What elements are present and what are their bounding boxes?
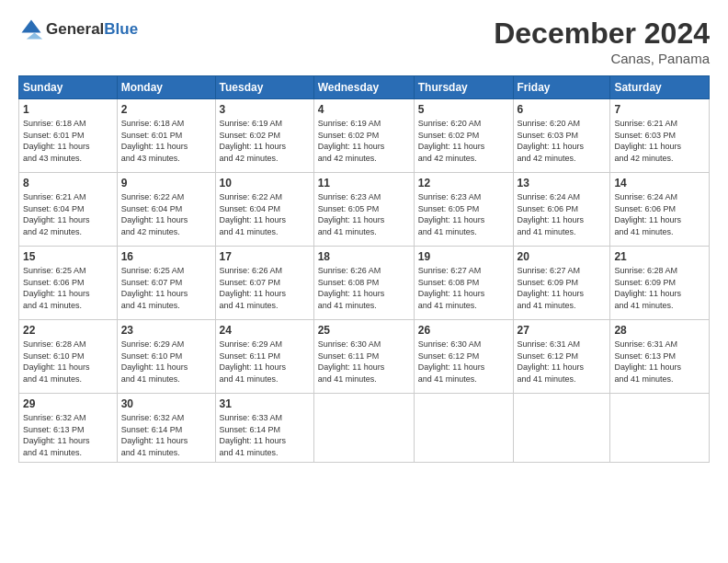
logo-name: GeneralBlue [18,17,138,42]
day-info: Sunrise: 6:26 AM Sunset: 6:07 PM Dayligh… [220,265,310,311]
day-info: Sunrise: 6:26 AM Sunset: 6:08 PM Dayligh… [318,265,410,311]
table-row: 17Sunrise: 6:26 AM Sunset: 6:07 PM Dayli… [215,247,313,320]
day-number: 13 [518,176,607,190]
day-number: 8 [23,176,113,190]
table-row [513,394,610,463]
day-number: 17 [220,249,310,264]
day-info: Sunrise: 6:24 AM Sunset: 6:06 PM Dayligh… [518,191,607,237]
day-number: 1 [23,102,113,117]
calendar-week-row: 29Sunrise: 6:32 AM Sunset: 6:13 PM Dayli… [19,394,710,463]
calendar-week-row: 1Sunrise: 6:18 AM Sunset: 6:01 PM Daylig… [19,99,710,173]
table-row: 10Sunrise: 6:22 AM Sunset: 6:04 PM Dayli… [215,173,313,247]
table-row: 22Sunrise: 6:28 AM Sunset: 6:10 PM Dayli… [19,320,118,394]
table-row: 19Sunrise: 6:27 AM Sunset: 6:08 PM Dayli… [414,247,513,320]
calendar-header-row: Sunday Monday Tuesday Wednesday Thursday… [19,76,710,99]
day-number: 12 [418,176,509,190]
day-number: 3 [220,102,310,117]
day-number: 21 [614,249,705,264]
day-number: 6 [518,102,607,117]
table-row: 6Sunrise: 6:20 AM Sunset: 6:03 PM Daylig… [513,99,610,173]
table-row [610,394,710,463]
day-number: 18 [318,249,410,264]
day-info: Sunrise: 6:32 AM Sunset: 6:13 PM Dayligh… [23,412,113,458]
day-number: 24 [220,323,310,338]
day-info: Sunrise: 6:23 AM Sunset: 6:05 PM Dayligh… [418,191,509,237]
col-sunday: Sunday [19,76,118,99]
table-row: 16Sunrise: 6:25 AM Sunset: 6:07 PM Dayli… [117,247,215,320]
day-number: 11 [318,176,410,190]
table-row: 5Sunrise: 6:20 AM Sunset: 6:02 PM Daylig… [414,99,513,173]
col-saturday: Saturday [610,76,710,99]
table-row [414,394,513,463]
col-thursday: Thursday [414,76,513,99]
calendar-week-row: 8Sunrise: 6:21 AM Sunset: 6:04 PM Daylig… [19,173,710,247]
day-number: 15 [23,249,113,264]
day-number: 10 [220,176,310,190]
table-row: 7Sunrise: 6:21 AM Sunset: 6:03 PM Daylig… [610,99,710,173]
day-number: 19 [418,249,509,264]
logo-general-text: General [46,20,104,39]
day-number: 27 [518,323,607,338]
logo: GeneralBlue [18,17,138,42]
page: GeneralBlue December 2024 Canas, Panama … [0,0,728,563]
table-row: 13Sunrise: 6:24 AM Sunset: 6:06 PM Dayli… [513,173,610,247]
table-row: 30Sunrise: 6:32 AM Sunset: 6:14 PM Dayli… [117,394,215,463]
day-number: 9 [121,176,211,190]
table-row: 15Sunrise: 6:25 AM Sunset: 6:06 PM Dayli… [19,247,118,320]
day-number: 14 [614,176,705,190]
day-number: 4 [318,102,410,117]
svg-marker-1 [27,33,43,40]
table-row: 24Sunrise: 6:29 AM Sunset: 6:11 PM Dayli… [215,320,313,394]
day-number: 16 [121,249,211,264]
day-info: Sunrise: 6:23 AM Sunset: 6:05 PM Dayligh… [318,191,410,237]
day-info: Sunrise: 6:27 AM Sunset: 6:08 PM Dayligh… [418,265,509,311]
calendar-table: Sunday Monday Tuesday Wednesday Thursday… [18,75,710,463]
day-info: Sunrise: 6:19 AM Sunset: 6:02 PM Dayligh… [220,118,310,164]
calendar-week-row: 15Sunrise: 6:25 AM Sunset: 6:06 PM Dayli… [19,247,710,320]
day-info: Sunrise: 6:21 AM Sunset: 6:04 PM Dayligh… [23,191,113,237]
day-info: Sunrise: 6:31 AM Sunset: 6:13 PM Dayligh… [614,339,705,385]
day-info: Sunrise: 6:22 AM Sunset: 6:04 PM Dayligh… [121,191,211,237]
title-section: December 2024 Canas, Panama [494,17,710,66]
col-friday: Friday [513,76,610,99]
day-info: Sunrise: 6:30 AM Sunset: 6:11 PM Dayligh… [318,339,410,385]
day-info: Sunrise: 6:33 AM Sunset: 6:14 PM Dayligh… [220,412,310,458]
table-row: 18Sunrise: 6:26 AM Sunset: 6:08 PM Dayli… [313,247,414,320]
table-row: 4Sunrise: 6:19 AM Sunset: 6:02 PM Daylig… [313,99,414,173]
day-info: Sunrise: 6:29 AM Sunset: 6:10 PM Dayligh… [121,339,211,385]
table-row: 1Sunrise: 6:18 AM Sunset: 6:01 PM Daylig… [19,99,118,173]
day-number: 25 [318,323,410,338]
day-info: Sunrise: 6:22 AM Sunset: 6:04 PM Dayligh… [220,191,310,237]
table-row: 27Sunrise: 6:31 AM Sunset: 6:12 PM Dayli… [513,320,610,394]
table-row [313,394,414,463]
day-number: 2 [121,102,211,117]
day-info: Sunrise: 6:28 AM Sunset: 6:09 PM Dayligh… [614,265,705,311]
logo-blue-text: Blue [104,20,138,39]
day-info: Sunrise: 6:32 AM Sunset: 6:14 PM Dayligh… [121,412,211,458]
table-row: 11Sunrise: 6:23 AM Sunset: 6:05 PM Dayli… [313,173,414,247]
table-row: 25Sunrise: 6:30 AM Sunset: 6:11 PM Dayli… [313,320,414,394]
table-row: 29Sunrise: 6:32 AM Sunset: 6:13 PM Dayli… [19,394,118,463]
day-info: Sunrise: 6:25 AM Sunset: 6:07 PM Dayligh… [121,265,211,311]
table-row: 21Sunrise: 6:28 AM Sunset: 6:09 PM Dayli… [610,247,710,320]
day-number: 31 [220,396,310,411]
table-row: 14Sunrise: 6:24 AM Sunset: 6:06 PM Dayli… [610,173,710,247]
day-number: 23 [121,323,211,338]
table-row: 28Sunrise: 6:31 AM Sunset: 6:13 PM Dayli… [610,320,710,394]
day-number: 5 [418,102,509,117]
table-row: 23Sunrise: 6:29 AM Sunset: 6:10 PM Dayli… [117,320,215,394]
table-row: 26Sunrise: 6:30 AM Sunset: 6:12 PM Dayli… [414,320,513,394]
day-info: Sunrise: 6:31 AM Sunset: 6:12 PM Dayligh… [518,339,607,385]
day-number: 30 [121,396,211,411]
col-tuesday: Tuesday [215,76,313,99]
day-number: 28 [614,323,705,338]
col-wednesday: Wednesday [313,76,414,99]
table-row: 12Sunrise: 6:23 AM Sunset: 6:05 PM Dayli… [414,173,513,247]
table-row: 3Sunrise: 6:19 AM Sunset: 6:02 PM Daylig… [215,99,313,173]
location-subtitle: Canas, Panama [494,51,710,66]
day-info: Sunrise: 6:24 AM Sunset: 6:06 PM Dayligh… [614,191,705,237]
day-number: 22 [23,323,113,338]
day-info: Sunrise: 6:18 AM Sunset: 6:01 PM Dayligh… [23,118,113,164]
header: GeneralBlue December 2024 Canas, Panama [18,17,710,66]
day-info: Sunrise: 6:19 AM Sunset: 6:02 PM Dayligh… [318,118,410,164]
